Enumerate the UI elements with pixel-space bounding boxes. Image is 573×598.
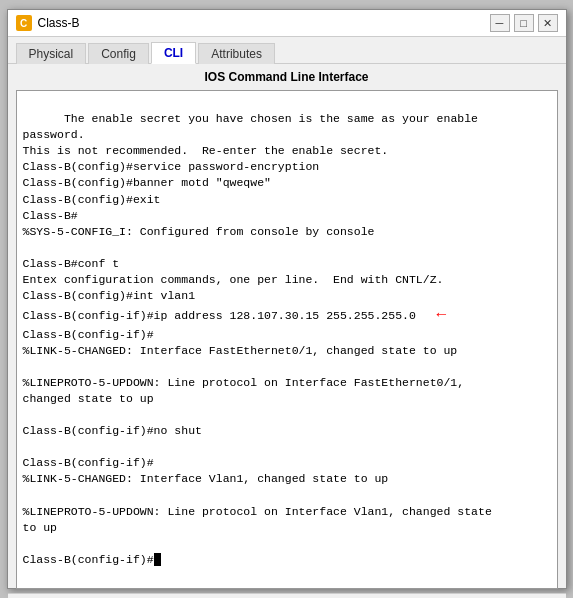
terminal-text: The enable secret you have chosen is the…: [23, 112, 492, 566]
tab-attributes[interactable]: Attributes: [198, 43, 275, 64]
tab-config[interactable]: Config: [88, 43, 149, 64]
close-button[interactable]: ✕: [538, 14, 558, 32]
maximize-button[interactable]: □: [514, 14, 534, 32]
cli-area: The enable secret you have chosen is the…: [8, 90, 566, 593]
window-icon: C: [16, 15, 32, 31]
tab-bar: Physical Config CLI Attributes: [8, 37, 566, 64]
title-bar: C Class-B ─ □ ✕: [8, 10, 566, 37]
main-window: C Class-B ─ □ ✕ Physical Config CLI Attr…: [7, 9, 567, 589]
status-bar: Ctrl+F6 to exit CLI focus: [8, 593, 566, 598]
terminal-output[interactable]: The enable secret you have chosen is the…: [16, 90, 558, 589]
section-title: IOS Command Line Interface: [8, 64, 566, 90]
minimize-button[interactable]: ─: [490, 14, 510, 32]
title-controls: ─ □ ✕: [490, 14, 558, 32]
tab-physical[interactable]: Physical: [16, 43, 87, 64]
tab-cli[interactable]: CLI: [151, 42, 196, 64]
window-title: Class-B: [38, 16, 490, 30]
